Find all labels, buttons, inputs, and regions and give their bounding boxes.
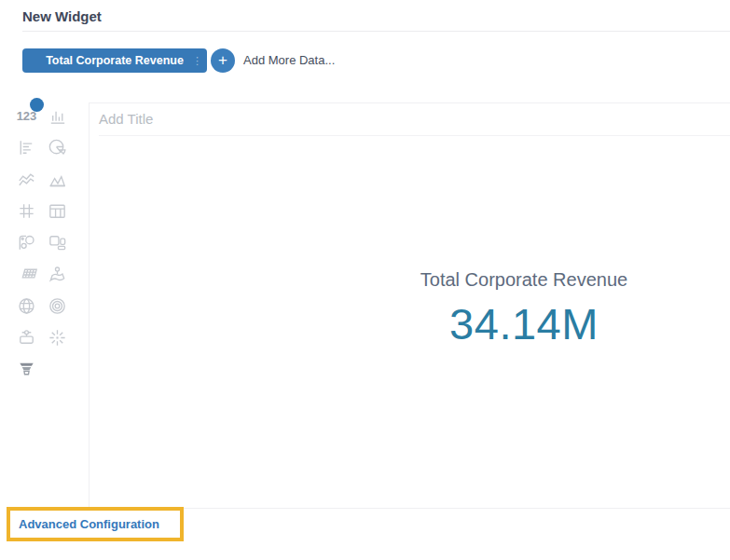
chart-type-table[interactable] — [46, 199, 69, 222]
widget-title-input[interactable]: Add Title — [99, 111, 730, 136]
chart-type-polar-chart[interactable] — [46, 294, 69, 317]
box-whisker-plot-icon — [16, 327, 37, 348]
table-icon — [47, 200, 68, 222]
chart-type-scatter-map[interactable] — [15, 294, 38, 317]
chart-type-pie-chart[interactable] — [46, 136, 69, 158]
chart-type-funnel[interactable] — [15, 358, 38, 380]
chart-type-bar-chart[interactable] — [15, 136, 38, 158]
measure-chip-label: Total Corporate Revenue — [46, 54, 184, 67]
header-divider — [22, 31, 730, 32]
indicator-widget: Total Corporate Revenue 34.14M — [337, 269, 710, 349]
chart-type-box-whisker-plot[interactable] — [15, 326, 38, 348]
bar-chart-icon — [16, 137, 37, 158]
area-chart-icon — [47, 169, 68, 190]
calendar-heatmap-icon — [16, 264, 37, 285]
widget-canvas: Add Title Total Corporate Revenue 34.14M — [89, 102, 730, 509]
measure-chip-total-corporate-revenue[interactable]: Total Corporate Revenue ⋮ — [22, 48, 207, 73]
treemap-icon — [47, 232, 68, 253]
chart-type-scatter-chart[interactable] — [15, 231, 38, 253]
chart-type-treemap[interactable] — [46, 231, 69, 253]
chart-type-line-chart[interactable] — [15, 168, 38, 190]
indicator-label: Total Corporate Revenue — [337, 269, 710, 291]
chart-type-picker: 123 — [15, 104, 69, 380]
indicator-value: 34.14M — [337, 298, 710, 349]
advanced-configuration-link[interactable]: Advanced Configuration — [19, 517, 159, 531]
chart-type-area-chart[interactable] — [46, 168, 69, 190]
page-title: New Widget — [22, 8, 102, 24]
add-data-button[interactable]: + — [211, 48, 235, 73]
chip-menu-handle-icon[interactable]: ⋮ — [192, 56, 202, 66]
plus-icon: + — [218, 52, 227, 68]
chart-type-pivot-table[interactable] — [15, 199, 38, 222]
polar-chart-icon — [47, 295, 68, 317]
pivot-table-icon — [16, 200, 37, 222]
chart-type-column-chart[interactable] — [46, 104, 69, 127]
scatter-map-icon — [16, 295, 37, 317]
chart-type-calendar-heatmap[interactable] — [15, 263, 38, 285]
widget-editor: New Widget Total Corporate Revenue ⋮ + A… — [0, 0, 730, 560]
column-chart-icon — [47, 105, 68, 127]
sunburst-icon — [47, 327, 68, 348]
line-chart-icon — [16, 169, 37, 190]
chart-type-sunburst[interactable] — [46, 326, 69, 348]
selected-chart-type-badge — [30, 98, 44, 112]
scatter-chart-icon — [16, 232, 37, 253]
pie-chart-icon — [47, 137, 68, 158]
add-more-data-label[interactable]: Add More Data... — [243, 48, 335, 73]
area-map-icon — [47, 264, 68, 285]
chart-type-indicator[interactable]: 123 — [15, 104, 38, 127]
funnel-icon — [16, 359, 37, 380]
chart-type-area-map[interactable] — [46, 263, 69, 285]
